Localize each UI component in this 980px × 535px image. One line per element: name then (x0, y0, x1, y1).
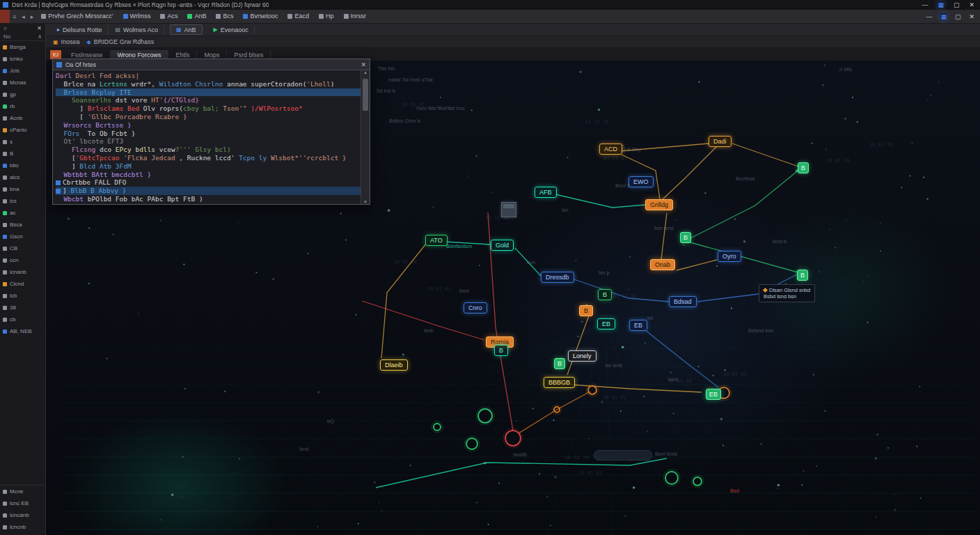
menu-item[interactable]: Prvhe Grech Mirssracc' (36, 10, 118, 23)
scroll-up-icon[interactable]: ▲ (363, 70, 368, 75)
sidebar-item[interactable]: cb (0, 313, 45, 325)
code-line[interactable]: Darl Desrl Fod ackss| (56, 72, 361, 80)
menubar-icon[interactable]: ≡ (13, 13, 16, 20)
sidebar-item[interactable]: Jcls (0, 65, 45, 77)
graph-node[interactable]: Dlaeib (380, 359, 408, 371)
graph-node[interactable]: B (579, 305, 593, 316)
graph-node[interactable]: ACD (599, 144, 622, 155)
sidebar-item[interactable]: 38 (0, 302, 45, 313)
layout-grid-icon[interactable]: ▦ (938, 1, 944, 8)
code-line[interactable]: ] BlbB B Abbvy } (56, 187, 361, 195)
graph-node[interactable]: B (598, 289, 612, 300)
menu-item[interactable]: Wrlmss (118, 10, 156, 23)
toolbar-item[interactable]: ▦AnB (170, 24, 203, 35)
scroll-down-icon[interactable]: ▼ (363, 200, 368, 204)
app-menu-icon[interactable] (0, 10, 10, 23)
menu-item[interactable]: Bvrsetooc (238, 10, 283, 23)
graph-node[interactable]: B (798, 162, 809, 173)
menu-item[interactable]: Eacd (283, 10, 314, 23)
minimize-icon[interactable]: — (922, 1, 928, 8)
sidebar-item[interactable]: AB, NEB (0, 325, 45, 337)
graph-node[interactable]: Dadi (709, 136, 732, 147)
graph-node[interactable]: Dressdb (541, 272, 574, 283)
code-line[interactable]: ['GbtcTpccao 'Flcka Jedcad , Ruckne lccd… (56, 154, 361, 162)
graph-node[interactable]: EB (629, 320, 647, 331)
code-line[interactable]: Cbrtbbe FALL DFO (56, 178, 361, 187)
sidebar-item[interactable]: ccn (0, 254, 45, 266)
graph-node[interactable]: BBBGB (544, 377, 575, 388)
code-line[interactable]: Brlce na Lcrtsns wrdr*, Wilsdton Chsrlno… (56, 80, 361, 88)
sidebar-item[interactable]: bna (0, 183, 45, 195)
pathbar-item[interactable]: ▣Inosea (53, 38, 80, 45)
sidebar-item[interactable]: gp (0, 88, 45, 100)
close-icon[interactable]: ✕ (969, 1, 974, 8)
maximize-icon[interactable]: ▢ (954, 1, 960, 8)
sidebar-item[interactable]: Clcnd (0, 278, 45, 290)
menu-item[interactable]: Acs (155, 10, 182, 23)
chevron-up-icon[interactable]: ∧ (38, 33, 42, 40)
graph-node[interactable]: B (554, 358, 565, 369)
graph-node[interactable]: B (797, 270, 808, 281)
sidebar-item[interactable]: lcb (0, 290, 45, 302)
menu-item[interactable]: AnB (182, 10, 211, 23)
graph-node[interactable]: EWO (629, 176, 654, 187)
graph-node[interactable]: Oyro (718, 251, 741, 262)
menubar-window-control-icon[interactable]: — (926, 13, 932, 20)
sidebar-item[interactable]: s (0, 136, 45, 148)
sidebar-item[interactable]: alcs (0, 171, 45, 183)
menu-item[interactable]: Inrssr (339, 10, 372, 23)
sidebar-item[interactable]: lcnko (0, 53, 45, 65)
breakpoint-icon[interactable] (56, 189, 61, 194)
sidebar-item[interactable]: cPanlo (0, 124, 45, 136)
code-line[interactable]: Wrsorcs Bcrtsse } (56, 121, 361, 130)
sidebar-item[interactable]: B (0, 148, 45, 160)
graph-node[interactable]: Onab (650, 259, 675, 270)
code-line[interactable]: Wbcbt bPOlbd Fob bAc PAbc Bpt FtB ) (56, 195, 361, 203)
graph-node[interactable]: Grilldg (645, 199, 673, 210)
sidebar-item[interactable]: CB (0, 242, 45, 254)
graph-node[interactable]: B (494, 345, 508, 356)
breakpoint-icon[interactable] (56, 180, 61, 185)
sidebar-item[interactable]: rb (0, 100, 45, 112)
menubar-window-control-icon[interactable]: ✕ (969, 13, 974, 20)
sidebar-footer-item[interactable]: lcncnb (0, 521, 45, 533)
code-line[interactable]: FOrs To Ob Fcbt } (56, 130, 361, 138)
graph-node[interactable]: Cnro (464, 302, 487, 313)
graph-node[interactable]: EB (597, 318, 615, 329)
sidebar-footer-item[interactable]: lcnc EB (0, 497, 45, 509)
scrollbar[interactable]: ▲ ▼ (361, 70, 370, 204)
code-line[interactable]: ] Blcd Atb 3FdM (56, 162, 361, 171)
code-line[interactable]: Ot' lbcote EFT3 (56, 137, 361, 146)
sidebar-item[interactable]: lcnanb (0, 266, 45, 278)
graph-node[interactable]: EB (706, 389, 721, 400)
sidebar-item[interactable]: Acnb (0, 112, 45, 124)
code-editor[interactable]: Darl Desrl Fod ackss| Brlce na Lcrtsns w… (53, 70, 370, 204)
menubar-icon[interactable]: ◂ (22, 13, 25, 20)
sidebar-footer-item[interactable]: Mcne (0, 486, 45, 497)
code-line[interactable]: [ 'Gllbc Porcadbre Rcabre } (56, 113, 361, 121)
code-line[interactable]: Wbtbbt BAtt bmcdcbtl } (56, 171, 361, 179)
code-line[interactable]: Flcsng dco EPcy bdlls vcew?''' Glsy bcl) (56, 146, 361, 154)
toolbar-item[interactable]: ▤Wolmes Aco (110, 25, 164, 34)
sidebar-item[interactable]: Gscn (0, 231, 45, 242)
scrollbar-thumb[interactable] (363, 79, 368, 111)
graph-node[interactable]: AFB (535, 187, 557, 198)
menubar-window-control-icon[interactable]: ▦ (940, 13, 947, 20)
code-line[interactable]: Brlsos Bcpluy ITE (56, 88, 361, 97)
graph-node[interactable]: B (680, 232, 691, 243)
toolbar-item[interactable]: ▶Evenaooc (208, 25, 255, 34)
graph-node[interactable]: Bdsad (669, 296, 697, 307)
sidebar-item[interactable]: bllo (0, 160, 45, 171)
menu-item[interactable]: Hp (314, 10, 339, 23)
menubar-icon[interactable]: ▸ (31, 13, 34, 20)
pathbar-item[interactable]: ◆BRIDGE Grw Rdhass (87, 38, 155, 45)
sidebar-item[interactable]: Bsnga (0, 41, 45, 53)
menubar-window-control-icon[interactable]: ▢ (955, 13, 961, 20)
panel-close-icon[interactable]: ✕ (361, 61, 366, 68)
graph-node[interactable]: ATO (425, 235, 448, 246)
sidebar-footer-item[interactable]: lcncanb (0, 509, 45, 521)
sidebar-item[interactable]: lcs (0, 195, 45, 207)
sidebar-close-icon[interactable]: ✕ (37, 25, 42, 31)
code-panel-header[interactable]: Oa Of hrtes ✕ (53, 59, 370, 70)
menu-item[interactable]: Bcs (211, 10, 238, 23)
